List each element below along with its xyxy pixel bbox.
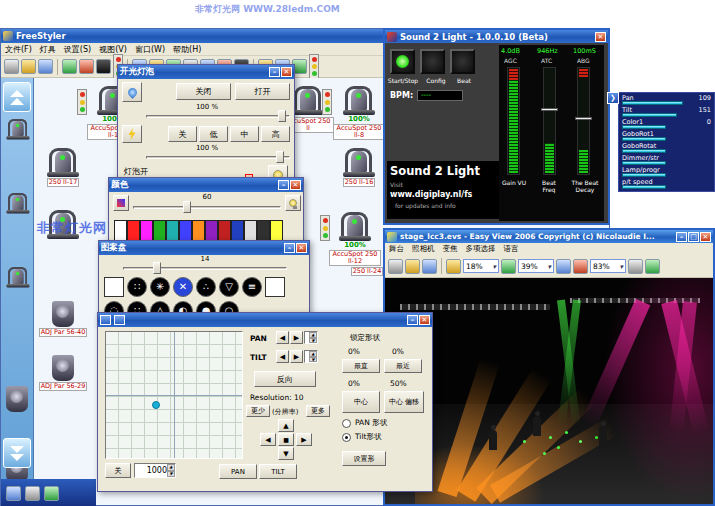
position-dot[interactable] (152, 401, 160, 409)
beat-button[interactable] (450, 49, 475, 74)
light-beam-icon[interactable] (573, 259, 588, 274)
menu-settings[interactable]: 设置(S) (64, 44, 91, 55)
menu-help[interactable]: 帮助(H) (173, 44, 201, 55)
moving-head-icon[interactable] (5, 192, 31, 214)
gobo-icon[interactable]: ∴ (196, 277, 216, 297)
gobo-icon[interactable]: ✳ (150, 277, 170, 297)
nudge-center-button[interactable] (278, 433, 294, 446)
straightest-button[interactable]: 最直 (342, 359, 380, 373)
param-slider[interactable] (622, 161, 666, 165)
pan-right-button[interactable] (290, 331, 303, 344)
tilt-mode-button[interactable]: TILT (259, 464, 297, 479)
menu-language[interactable]: 语言 (504, 244, 519, 254)
level-low-button[interactable]: 低 (199, 126, 228, 142)
pantilt-off-button[interactable]: 关 (105, 463, 131, 478)
minimize-icon[interactable] (284, 243, 295, 253)
minimize-icon[interactable] (269, 67, 280, 77)
fixture-cell[interactable]: ADJ Par 56-40 (37, 301, 89, 337)
beam-level-select[interactable]: 83% (590, 259, 626, 273)
strobe-button[interactable] (122, 125, 142, 143)
scroll-up-button[interactable] (3, 82, 31, 112)
lamp-off-button[interactable]: 关闭 (176, 83, 231, 100)
lamp-on-button[interactable]: 打开 (235, 83, 290, 100)
nudge-up-button[interactable] (278, 419, 294, 432)
menu-camera[interactable]: 照相机 (412, 244, 435, 254)
shutter-button[interactable] (122, 82, 142, 102)
menu-fixtures[interactable]: 灯具 (40, 44, 56, 55)
maximize-icon[interactable] (688, 232, 699, 242)
invert-button[interactable]: 反向 (254, 371, 316, 387)
tilt-stepper[interactable]: ▲▼ (304, 350, 318, 363)
fixture-cell[interactable]: 250 ll-16 (333, 147, 385, 187)
minimize-icon[interactable] (407, 315, 418, 325)
close-icon[interactable] (281, 67, 292, 77)
easyview-titlebar[interactable]: stage_lcc3.evs - Easy View 2006 Copyrigh… (385, 230, 713, 243)
refresh-icon[interactable] (645, 259, 660, 274)
fixture-cell[interactable] (37, 209, 89, 239)
strobe-slider[interactable] (146, 150, 290, 164)
center-offset-button[interactable]: 中心 偏移 (384, 391, 424, 413)
param-slider[interactable] (622, 113, 677, 117)
beat-decay-fader[interactable] (577, 67, 590, 175)
traffic-light-icon[interactable] (77, 89, 87, 115)
gobo-icon[interactable]: ≡ (242, 277, 262, 297)
save-icon[interactable] (422, 259, 437, 274)
color-slider[interactable] (133, 200, 281, 214)
lamp-dialog-titlebar[interactable]: 开光灯泡 (118, 65, 294, 79)
pantilt-grid[interactable] (105, 331, 243, 459)
traffic-light-icon[interactable] (322, 89, 332, 115)
save-icon[interactable] (38, 59, 53, 74)
close-icon[interactable] (296, 243, 307, 253)
menu-stage[interactable]: 舞台 (389, 244, 404, 254)
nudge-right-button[interactable] (296, 433, 312, 446)
pantilt-dialog-titlebar[interactable] (98, 313, 432, 327)
menu-options[interactable]: 多项选择 (466, 244, 496, 254)
param-row[interactable]: GoboRot1 (619, 130, 714, 142)
moving-head-icon[interactable] (5, 266, 31, 288)
pan-stepper[interactable]: ▲▼ (304, 331, 318, 344)
pan-view-icon[interactable] (628, 259, 643, 274)
param-row[interactable]: Dimmer/str (619, 154, 714, 166)
startstop-button[interactable] (390, 49, 415, 74)
gobo-icon[interactable] (104, 277, 124, 297)
gobo-icon[interactable]: ∷ (127, 277, 147, 297)
param-row[interactable]: Lamp/progr (619, 166, 714, 178)
param-row[interactable]: Tilt151 (619, 106, 714, 118)
menu-file[interactable]: 文件(F) (5, 44, 32, 55)
param-row[interactable]: Pan109 (619, 94, 714, 106)
minimize-icon[interactable] (676, 232, 687, 242)
color-dialog-titlebar[interactable]: 颜色 (109, 178, 303, 192)
pan-shape-radio[interactable] (342, 419, 351, 428)
level-high-button[interactable]: 高 (261, 126, 290, 142)
all-lamps-on-icon[interactable] (62, 59, 77, 74)
new-file-icon[interactable] (4, 59, 19, 74)
param-slider[interactable] (622, 125, 666, 129)
blackout-icon[interactable] (79, 59, 94, 74)
gobo-icon[interactable]: ▽ (219, 277, 239, 297)
fixture-cell[interactable]: 100% AccuSpot 250 ll-12 (329, 211, 381, 266)
stage-3d-viewport[interactable] (385, 278, 713, 504)
param-slider[interactable] (622, 173, 666, 177)
resolution-more-button[interactable]: 更多 (306, 405, 330, 417)
agc-label[interactable]: AGC (504, 57, 517, 64)
speed-stepper[interactable]: 1000 ▲▼ (134, 463, 176, 478)
param-slider[interactable] (622, 137, 666, 141)
fader-handle[interactable] (575, 117, 592, 120)
new-stage-icon[interactable] (388, 259, 403, 274)
nudge-down-button[interactable] (278, 447, 294, 460)
panel-expand-button[interactable]: ❯ (607, 92, 619, 104)
param-slider[interactable] (622, 149, 666, 153)
gobo-icon[interactable]: ✕ (265, 277, 285, 297)
close-icon[interactable] (700, 232, 711, 242)
tilt-right-button[interactable] (290, 350, 303, 363)
pan-left-button[interactable] (276, 331, 289, 344)
close-icon[interactable] (595, 32, 606, 42)
color-bulb-button[interactable] (285, 195, 301, 211)
level-mid-button[interactable]: 中 (230, 126, 259, 142)
set-shape-button[interactable]: 设置形 (342, 451, 386, 466)
param-row[interactable]: GoboRotat (619, 142, 714, 154)
nearest-button[interactable]: 最近 (384, 359, 422, 373)
zoom-icon[interactable] (446, 259, 461, 274)
menu-window[interactable]: 窗口(W) (135, 44, 165, 55)
group-select-icon[interactable] (6, 486, 21, 501)
